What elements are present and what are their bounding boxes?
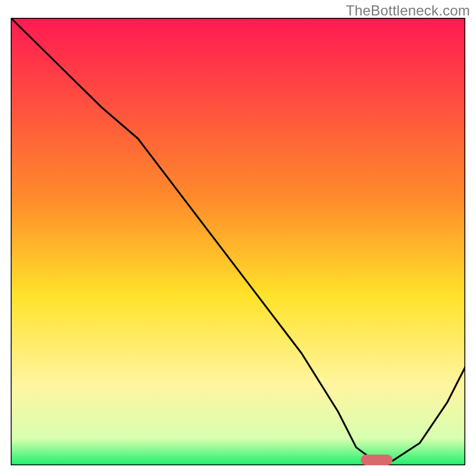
- watermark-text: TheBottleneck.com: [346, 2, 470, 19]
- plot-area: [11, 18, 465, 465]
- bottleneck-chart: [11, 18, 465, 465]
- optimal-range-marker: [361, 455, 393, 465]
- chart-container: TheBottleneck.com: [0, 0, 476, 476]
